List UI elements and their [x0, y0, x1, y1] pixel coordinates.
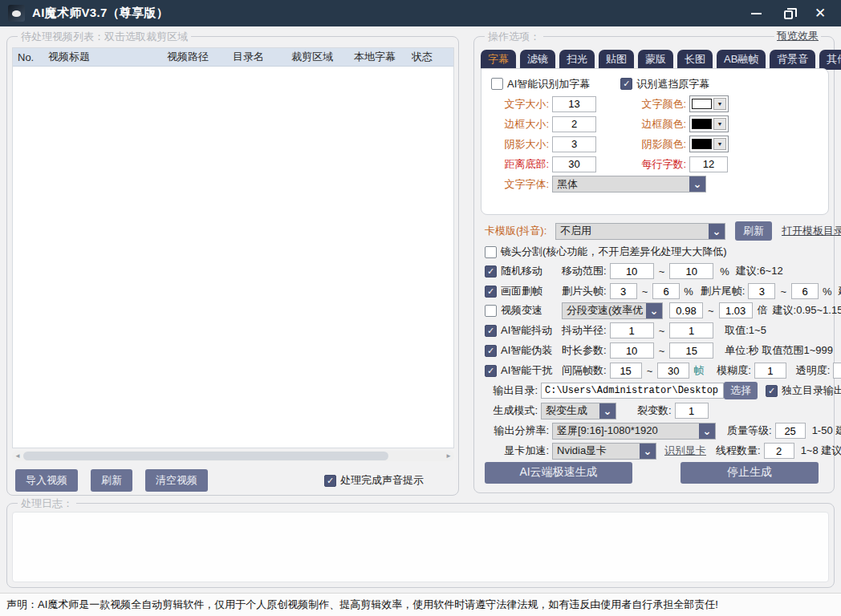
output-dir-input[interactable] [541, 383, 724, 399]
caret-down-icon[interactable]: ▼ [713, 98, 726, 110]
template-dropdown[interactable]: 不启用 ⌄ [555, 223, 725, 240]
tab-bg-audio[interactable]: 背景音 [770, 50, 815, 70]
duration-max-input[interactable] [669, 342, 713, 359]
close-button[interactable]: ✕ [814, 7, 827, 20]
random-move-label: 随机移动 [501, 264, 562, 278]
generate-mode-dropdown[interactable]: 裂变生成 ⌄ [541, 403, 616, 419]
thread-count-input[interactable] [764, 443, 794, 459]
mask-original-subtitle-checkbox[interactable]: ✓ [620, 78, 632, 90]
shadow-size-input[interactable] [552, 136, 596, 152]
shadow-color-dropdown[interactable]: ▼ [689, 136, 729, 152]
tail-frame-min-input[interactable] [748, 283, 775, 299]
duration-min-input[interactable] [610, 342, 654, 359]
blur-input[interactable] [754, 363, 786, 379]
cloud-generate-button[interactable]: AI云端极速生成 [485, 462, 632, 484]
thread-count-label: 线程数量: [716, 444, 761, 458]
chevron-down-icon[interactable]: ⌄ [646, 303, 662, 318]
chars-per-line-label: 每行字数: [628, 157, 686, 172]
open-template-dir-link[interactable]: 打开模板目录 [782, 224, 841, 238]
head-frame-min-input[interactable] [610, 283, 637, 299]
interval-max-input[interactable] [657, 363, 689, 379]
ai-shake-checkbox[interactable]: ✓ [485, 325, 497, 337]
ai-disguise-checkbox[interactable]: ✓ [485, 345, 497, 357]
tab-filter[interactable]: 滤镜 [520, 50, 555, 70]
tab-ab-blend[interactable]: AB融帧 [717, 50, 766, 70]
shake-radius-min-input[interactable] [610, 322, 654, 338]
fission-count-input[interactable] [675, 403, 709, 419]
bottom-distance-input[interactable] [552, 156, 596, 172]
log-area[interactable] [12, 512, 829, 582]
maximize-button[interactable] [782, 7, 794, 20]
chevron-down-icon[interactable]: ⌄ [640, 444, 656, 459]
tab-other[interactable]: 其他 [819, 50, 841, 70]
col-local-subtitle: 本地字幕 [349, 50, 407, 64]
choose-dir-button[interactable]: 选择 [724, 382, 758, 399]
refresh-list-button[interactable]: 刷新 [91, 469, 132, 492]
chevron-down-icon[interactable]: ⌄ [709, 224, 725, 239]
text-color-dropdown[interactable]: ▼ [689, 95, 729, 112]
tab-sticker[interactable]: 贴图 [599, 50, 634, 70]
independent-dir-label: 独立目录输出 [782, 383, 841, 398]
video-speed-label: 视频变速 [501, 303, 562, 318]
tilde-separator: ~ [708, 305, 714, 317]
video-speed-checkbox[interactable] [485, 305, 497, 317]
move-range-min-input[interactable] [610, 263, 654, 279]
chevron-down-icon[interactable]: ⌄ [599, 403, 616, 419]
lens-split-checkbox[interactable] [485, 246, 497, 258]
tab-long-image[interactable]: 长图 [677, 50, 713, 70]
stop-generate-button[interactable]: 停止生成 [681, 462, 819, 484]
ai-add-subtitle-checkbox[interactable] [491, 78, 503, 90]
speed-mode-dropdown[interactable]: 分段变速(效率优 ⌄ [562, 302, 663, 319]
shadow-size-label: 阴影大小: [491, 137, 549, 152]
quality-input[interactable] [775, 423, 806, 439]
random-move-checkbox[interactable]: ✓ [485, 265, 497, 278]
shake-radius-max-input[interactable] [669, 322, 713, 338]
interval-min-input[interactable] [610, 363, 642, 379]
duration-param-label: 时长参数: [562, 343, 607, 358]
border-size-row: 边框大小: 边框颜色: ▼ [481, 114, 828, 134]
video-table-body[interactable] [13, 67, 453, 448]
tab-mask[interactable]: 蒙版 [638, 50, 673, 70]
sound-alert-option[interactable]: ✓ 处理完成声音提示 [324, 473, 424, 488]
scroll-right-icon[interactable]: ► [443, 452, 454, 460]
sound-alert-checkbox[interactable]: ✓ [324, 475, 336, 487]
move-range-max-input[interactable] [669, 263, 713, 279]
bottom-distance-label: 距离底部: [491, 157, 549, 172]
scroll-left-icon[interactable]: ◄ [12, 452, 23, 460]
font-dropdown[interactable]: 黑体 ⌄ [552, 176, 706, 192]
tail-frame-max-input[interactable] [791, 283, 819, 299]
head-frame-max-input[interactable] [652, 283, 680, 299]
template-row: 卡模版(抖音): 不启用 ⌄ 刷新 打开模板目录 [485, 222, 841, 240]
import-video-button[interactable]: 导入视频 [15, 469, 78, 492]
border-size-input[interactable] [552, 116, 596, 132]
minimize-button[interactable] [750, 7, 762, 20]
speed-max-input[interactable] [719, 302, 753, 318]
subtitle-tab-panel: AI智能识别加字幕 ✓ 识别遮挡原字幕 文字大小: 文字颜色: ▼ 边框大小: … [481, 68, 829, 215]
frame-delete-checkbox[interactable]: ✓ [485, 286, 497, 298]
independent-dir-checkbox[interactable]: ✓ [766, 385, 778, 397]
border-color-dropdown[interactable]: ▼ [689, 116, 729, 132]
chevron-down-icon[interactable]: ⌄ [689, 176, 705, 192]
preview-effect-link[interactable]: 预览效果 [774, 29, 821, 43]
text-size-input[interactable] [552, 96, 596, 112]
detect-gpu-link[interactable]: 识别显卡 [664, 444, 706, 458]
caret-down-icon[interactable]: ▼ [713, 118, 726, 130]
ai-shake-label: AI智能抖动 [501, 323, 562, 338]
tab-subtitle[interactable]: 字幕 [481, 50, 516, 70]
col-dir-name: 目录名 [228, 50, 286, 64]
chevron-down-icon[interactable]: ⌄ [699, 424, 715, 439]
horizontal-scrollbar[interactable]: ◄ ► [12, 451, 454, 461]
video-table[interactable]: No. 视频标题 视频路径 目录名 裁剪区域 本地字幕 状态 [12, 47, 454, 448]
ai-interfere-checkbox[interactable]: ✓ [485, 365, 497, 377]
tab-sweep-light[interactable]: 扫光 [559, 50, 595, 70]
clear-videos-button[interactable]: 清空视频 [145, 469, 208, 492]
template-refresh-button[interactable]: 刷新 [735, 221, 772, 241]
scrollbar-thumb[interactable] [23, 452, 388, 460]
resolution-dropdown[interactable]: 竖屏[9:16]-1080*1920 ⌄ [552, 423, 716, 440]
opacity-input[interactable] [833, 363, 841, 379]
gpu-dropdown[interactable]: Nvidia显卡 ⌄ [552, 443, 656, 460]
chars-per-line-input[interactable] [689, 156, 728, 172]
caret-down-icon[interactable]: ▼ [713, 138, 726, 150]
check-icon: ✓ [768, 386, 775, 395]
speed-min-input[interactable] [669, 302, 703, 318]
